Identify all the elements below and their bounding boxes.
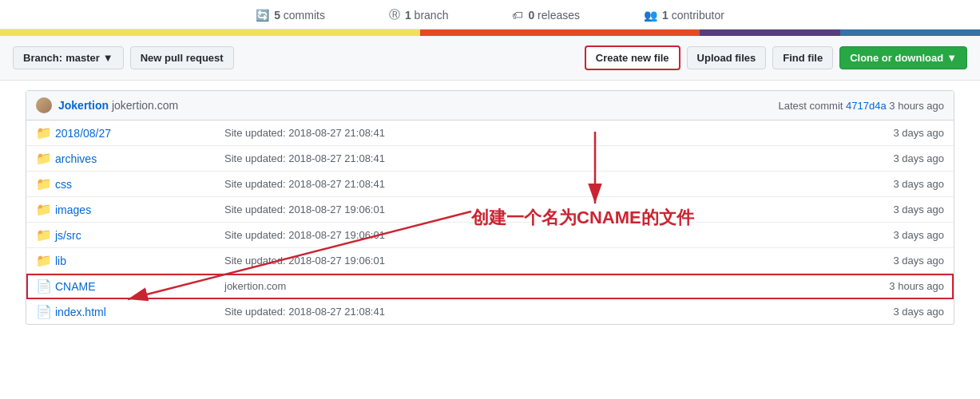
releases-stat[interactable]: 🏷 0 releases: [512, 9, 580, 22]
file-commit-msg: Site updated: 2018-08-27 21:08:41: [215, 127, 893, 139]
file-time: 3 hours ago: [889, 280, 944, 292]
file-commit-msg: Site updated: 2018-08-27 19:06:01: [215, 203, 893, 215]
file-type-icon: 📁: [36, 227, 55, 243]
file-name-link[interactable]: archives: [55, 152, 97, 165]
commit-author: Jokertion jokertion.com: [58, 99, 178, 112]
file-name: CNAME: [55, 280, 215, 293]
file-type-icon: 📁: [36, 176, 55, 192]
releases-count: 0 releases: [528, 9, 580, 22]
file-name: images: [55, 203, 215, 216]
contributors-stat[interactable]: 👥 1 contributor: [644, 9, 724, 22]
branch-name: master: [65, 52, 100, 64]
file-name-link[interactable]: index.html: [55, 306, 106, 318]
file-type-icon: 📄: [36, 304, 55, 319]
contributors-count: 1 contributor: [662, 9, 724, 22]
folder-icon: 📁: [36, 177, 52, 191]
commit-author-link[interactable]: Jokertion: [58, 99, 109, 112]
file-commit-msg: jokertion.com: [215, 280, 889, 292]
commit-author-domain: jokertion.com: [112, 99, 178, 112]
folder-icon: 📁: [36, 254, 52, 267]
file-commit-msg: Site updated: 2018-08-27 21:08:41: [215, 152, 893, 164]
file-name: index.html: [55, 306, 215, 318]
commits-count: 5 commits: [274, 9, 325, 22]
commit-time: 3 hours ago: [889, 100, 944, 112]
lang-python: [840, 30, 980, 36]
file-time: 3 days ago: [893, 178, 944, 190]
file-type-icon: 📄: [36, 279, 55, 294]
file-name-link[interactable]: images: [55, 203, 91, 216]
file-type-icon: 📁: [36, 125, 55, 140]
file-name-link[interactable]: 2018/08/27: [55, 127, 111, 140]
file-time: 3 days ago: [893, 229, 944, 241]
folder-icon: 📁: [36, 126, 52, 140]
releases-icon: 🏷: [512, 9, 523, 22]
commits-icon: 🔄: [256, 9, 269, 22]
language-bar: [0, 30, 980, 36]
branch-selector[interactable]: Branch: master ▼: [13, 46, 124, 69]
branches-count: 1 branch: [405, 9, 449, 22]
branch-label: Branch:: [23, 52, 62, 64]
folder-icon: 📁: [36, 152, 52, 165]
commit-hash-link[interactable]: 4717d4a: [846, 100, 887, 112]
table-row: 📁 archives Site updated: 2018-08-27 21:0…: [26, 146, 954, 172]
file-name: lib: [55, 255, 215, 267]
lang-html: [420, 30, 700, 36]
file-commit-msg: Site updated: 2018-08-27 19:06:01: [215, 255, 893, 267]
find-file-button[interactable]: Find file: [772, 46, 833, 69]
table-row: 📄 index.html Site updated: 2018-08-27 21…: [26, 299, 954, 324]
table-row: 📄 CNAME jokertion.com 3 hours ago: [26, 274, 954, 299]
page-wrapper: 🔄 5 commits Ⓡ 1 branch 🏷 0 releases 👥 1 …: [0, 0, 980, 325]
chevron-down-icon: ▼: [946, 52, 957, 64]
file-type-icon: 📁: [36, 253, 55, 268]
file-icon: 📄: [36, 279, 52, 293]
file-type-icon: 📁: [36, 151, 55, 166]
file-name: 2018/08/27: [55, 127, 215, 140]
new-pull-request-button[interactable]: New pull request: [130, 46, 234, 69]
table-row: 📁 lib Site updated: 2018-08-27 19:06:01 …: [26, 248, 954, 274]
table-row: 📁 2018/08/27 Site updated: 2018-08-27 21…: [26, 120, 954, 146]
latest-commit-label: Latest commit: [779, 100, 843, 112]
file-icon: 📄: [36, 305, 52, 318]
branches-icon: Ⓡ: [389, 8, 400, 22]
commit-info: Latest commit 4717d4a 3 hours ago: [779, 100, 944, 112]
lang-js: [0, 30, 420, 36]
table-row: 📁 js/src Site updated: 2018-08-27 19:06:…: [26, 223, 954, 248]
file-time: 3 days ago: [893, 203, 944, 215]
file-rows-container: 📁 2018/08/27 Site updated: 2018-08-27 21…: [26, 120, 954, 324]
folder-icon: 📁: [36, 203, 52, 216]
branches-stat[interactable]: Ⓡ 1 branch: [389, 8, 449, 22]
file-name-link[interactable]: js/src: [55, 229, 81, 242]
file-name-link[interactable]: CNAME: [55, 280, 96, 293]
toolbar-right: Create new file Upload files Find file C…: [585, 45, 967, 70]
contributors-icon: 👥: [644, 9, 657, 22]
file-time: 3 days ago: [893, 152, 944, 164]
file-table: Jokertion jokertion.com Latest commit 47…: [26, 90, 954, 325]
clone-download-button[interactable]: Clone or download ▼: [839, 46, 967, 69]
file-name-link[interactable]: lib: [55, 255, 66, 267]
table-row: 📁 images Site updated: 2018-08-27 19:06:…: [26, 197, 954, 223]
lang-css: [700, 30, 839, 36]
file-name-link[interactable]: css: [55, 178, 72, 191]
table-row: 📁 css Site updated: 2018-08-27 21:08:41 …: [26, 172, 954, 197]
toolbar: Branch: master ▼ New pull request Create…: [0, 36, 980, 81]
commits-stat[interactable]: 🔄 5 commits: [256, 9, 325, 22]
folder-icon: 📁: [36, 228, 52, 242]
create-new-file-button[interactable]: Create new file: [585, 45, 680, 70]
upload-files-button[interactable]: Upload files: [687, 46, 767, 69]
clone-download-label: Clone or download: [850, 52, 943, 64]
file-name: css: [55, 178, 215, 191]
toolbar-left: Branch: master ▼ New pull request: [13, 46, 234, 69]
file-time: 3 days ago: [893, 127, 944, 139]
file-commit-msg: Site updated: 2018-08-27 19:06:01: [215, 229, 893, 241]
chevron-down-icon: ▼: [103, 52, 113, 64]
file-name: archives: [55, 152, 215, 165]
file-type-icon: 📁: [36, 202, 55, 217]
stats-bar: 🔄 5 commits Ⓡ 1 branch 🏷 0 releases 👥 1 …: [0, 0, 980, 30]
commit-row: Jokertion jokertion.com Latest commit 47…: [26, 91, 954, 120]
file-time: 3 days ago: [893, 306, 944, 318]
file-commit-msg: Site updated: 2018-08-27 21:08:41: [215, 306, 893, 318]
file-name: js/src: [55, 229, 215, 242]
file-time: 3 days ago: [893, 255, 944, 267]
avatar: [36, 97, 52, 113]
file-commit-msg: Site updated: 2018-08-27 21:08:41: [215, 178, 893, 190]
